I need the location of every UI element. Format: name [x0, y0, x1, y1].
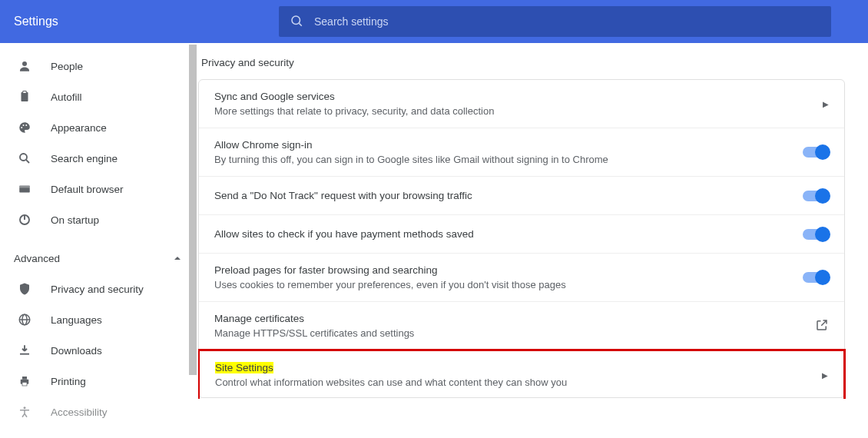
- sidebar-item-on-startup[interactable]: On startup: [0, 204, 198, 235]
- search-box[interactable]: [279, 6, 831, 37]
- row-sub: Uses cookies to remember your preference…: [214, 279, 803, 290]
- sidebar-item-default-browser[interactable]: Default browser: [0, 174, 198, 204]
- sidebar-item-people[interactable]: People: [0, 51, 198, 81]
- sidebar-item-autofill[interactable]: Autofill: [0, 81, 198, 112]
- svg-point-0: [292, 16, 300, 25]
- sidebar-item-label: Autofill: [51, 91, 82, 103]
- sidebar-item-label: Appearance: [51, 122, 107, 134]
- sidebar-item-label: Search engine: [51, 153, 118, 164]
- body: People Autofill Appearance Search engine: [0, 43, 868, 438]
- power-icon: [17, 213, 32, 227]
- svg-rect-11: [19, 186, 30, 188]
- sidebar-item-label: Accessibility: [51, 406, 108, 418]
- svg-rect-20: [22, 383, 27, 387]
- sidebar-item-label: Default browser: [51, 184, 124, 195]
- row-preload: Preload pages for faster browsing and se…: [199, 254, 844, 302]
- search-icon: [290, 14, 303, 30]
- sidebar-item-appearance[interactable]: Appearance: [0, 112, 198, 143]
- row-payment: Allow sites to check if you have payment…: [199, 215, 844, 254]
- browser-icon: [17, 182, 32, 196]
- row-title: Site Settings: [215, 362, 822, 373]
- row-certificates[interactable]: Manage certificates Manage HTTPS/SSL cer…: [199, 302, 844, 350]
- svg-line-9: [26, 160, 29, 163]
- sidebar-item-search-engine[interactable]: Search engine: [0, 143, 198, 174]
- row-title: Sync and Google services: [214, 91, 823, 102]
- settings-card: Sync and Google services More settings t…: [198, 79, 845, 398]
- svg-rect-4: [23, 91, 27, 94]
- row-text: Site Settings Control what information w…: [215, 362, 822, 388]
- sidebar-item-printing[interactable]: Printing: [0, 366, 198, 397]
- palette-icon: [17, 121, 32, 134]
- row-title: Preload pages for faster browsing and se…: [214, 264, 803, 276]
- svg-point-5: [21, 127, 22, 128]
- row-title: Send a "Do Not Track" request with your …: [214, 190, 803, 201]
- sidebar-item-accessibility[interactable]: Accessibility: [0, 397, 198, 427]
- row-signin: Allow Chrome sign-in By turning this off…: [199, 128, 844, 177]
- row-text: Allow sites to check if you have payment…: [214, 228, 803, 240]
- row-sync[interactable]: Sync and Google services More settings t…: [199, 80, 844, 128]
- svg-point-6: [23, 124, 25, 126]
- globe-icon: [17, 313, 32, 327]
- header: Settings: [0, 0, 868, 43]
- sidebar-item-privacy[interactable]: Privacy and security: [0, 274, 198, 304]
- row-sub: More settings that relate to privacy, se…: [214, 105, 823, 117]
- row-title: Manage certificates: [214, 313, 815, 324]
- row-sub: Manage HTTPS/SSL certificates and settin…: [214, 327, 815, 339]
- svg-point-2: [22, 61, 27, 66]
- chevron-right-icon: ▶: [822, 371, 828, 380]
- highlight: Site Settings: [215, 362, 273, 373]
- sidebar-item-label: On startup: [51, 214, 99, 226]
- svg-rect-19: [22, 377, 27, 380]
- shield-icon: [17, 282, 32, 296]
- row-text: Send a "Do Not Track" request with your …: [214, 190, 803, 201]
- scrollbar-thumb[interactable]: [189, 45, 197, 375]
- person-icon: [17, 59, 32, 73]
- section-title: Privacy and security: [200, 54, 845, 79]
- content: Privacy and security Sync and Google ser…: [198, 43, 868, 438]
- clipboard-icon: [17, 90, 32, 104]
- toggle-payment[interactable]: [803, 229, 829, 240]
- svg-point-21: [24, 406, 26, 409]
- search-input[interactable]: [314, 15, 820, 28]
- row-sub: Control what information websites can us…: [215, 377, 822, 388]
- toggle-preload[interactable]: [803, 272, 829, 283]
- advanced-label: Advanced: [14, 253, 60, 264]
- sidebar-item-downloads[interactable]: Downloads: [0, 335, 198, 366]
- advanced-toggle[interactable]: Advanced: [0, 243, 198, 274]
- accessibility-icon: [17, 405, 32, 419]
- row-dnt: Send a "Do Not Track" request with your …: [199, 177, 844, 215]
- print-icon: [17, 374, 32, 388]
- row-text: Preload pages for faster browsing and se…: [214, 264, 803, 290]
- sidebar-item-languages[interactable]: Languages: [0, 304, 198, 335]
- sidebar-item-label: Privacy and security: [51, 284, 144, 295]
- search-container: [279, 6, 831, 37]
- chevron-right-icon: ▶: [823, 100, 829, 108]
- svg-line-1: [299, 23, 301, 25]
- search-icon: [17, 151, 32, 165]
- row-title: Allow sites to check if you have payment…: [214, 228, 803, 240]
- sidebar-item-label: Downloads: [51, 345, 102, 357]
- svg-point-7: [25, 124, 27, 126]
- download-icon: [17, 343, 32, 357]
- row-text: Allow Chrome sign-in By turning this off…: [214, 139, 803, 165]
- sidebar-item-label: Printing: [51, 376, 86, 387]
- chevron-up-icon: [174, 253, 181, 264]
- sidebar-item-label: Languages: [51, 314, 102, 326]
- row-site-settings[interactable]: Site Settings Control what information w…: [198, 349, 846, 399]
- sidebar-scrollbar[interactable]: [189, 45, 197, 438]
- row-title: Allow Chrome sign-in: [214, 139, 803, 151]
- toggle-dnt[interactable]: [803, 191, 829, 201]
- launch-icon: [815, 318, 829, 334]
- page-title: Settings: [14, 15, 279, 28]
- row-sub: By turning this off, you can sign in to …: [214, 154, 803, 165]
- toggle-signin[interactable]: [803, 147, 829, 158]
- sidebar: People Autofill Appearance Search engine: [0, 43, 198, 438]
- svg-rect-17: [20, 353, 29, 355]
- sidebar-item-label: People: [51, 61, 83, 72]
- row-text: Sync and Google services More settings t…: [214, 91, 823, 117]
- svg-point-8: [20, 154, 27, 161]
- row-text: Manage certificates Manage HTTPS/SSL cer…: [214, 313, 815, 339]
